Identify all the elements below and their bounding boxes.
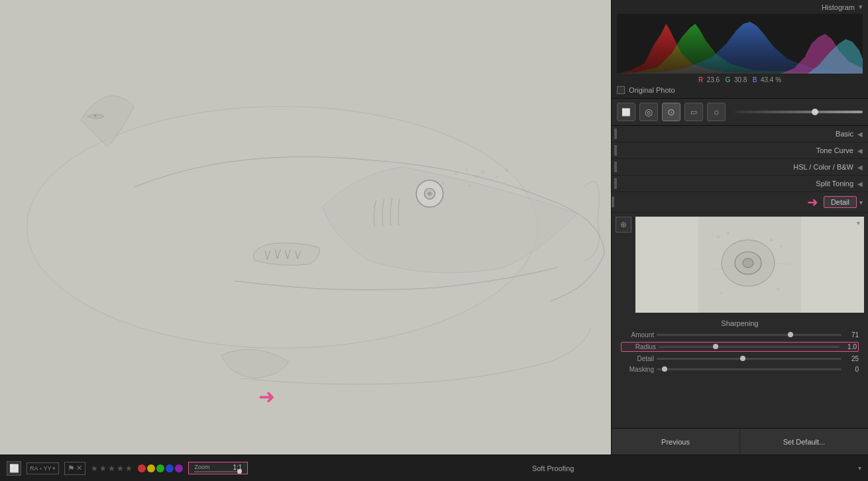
- soft-proofing-dropdown[interactable]: ▾: [858, 464, 861, 472]
- star-2[interactable]: ★: [99, 464, 107, 473]
- tone-curve-indicator: [614, 145, 617, 156]
- right-panel: Detail Histogram ▾: [611, 0, 868, 454]
- detail-section-indicator: [612, 197, 614, 207]
- basic-indicator: [614, 129, 617, 139]
- bottom-toolbar: ⬜ RA • YY ▾ ⚑ ✕ ★ ★ ★ ★ ★ Zoom 1:1: [0, 454, 868, 481]
- color-purple[interactable]: [175, 464, 183, 472]
- crop-tool-btn[interactable]: ⬜: [617, 103, 635, 121]
- detail-pink-arrow: ➜: [807, 194, 818, 210]
- amount-row: Amount 71: [621, 331, 859, 339]
- split-toning-arrow: ◀: [857, 180, 863, 187]
- radius-slider[interactable]: [659, 346, 840, 348]
- masking-value: 0: [844, 366, 859, 373]
- exposure-slider[interactable]: [735, 111, 863, 113]
- detail-dropdown[interactable]: ▾: [859, 199, 863, 206]
- hsl-arrow: ◀: [857, 164, 863, 171]
- grad-tool-btn[interactable]: ▭: [684, 103, 703, 121]
- zoom-slider-track[interactable]: [194, 471, 242, 472]
- sharpening-section: Sharpening Amount 71 Radius: [616, 317, 864, 379]
- grid-view-btn[interactable]: ⬜: [7, 461, 21, 476]
- r-value: 23.6: [707, 76, 720, 83]
- yy-label: YY: [43, 465, 51, 472]
- panel-row-hsl[interactable]: HSL / Color / B&W ◀: [612, 159, 868, 176]
- detail-label: Detail: [621, 355, 654, 362]
- detail-btn[interactable]: Detail: [824, 196, 857, 208]
- amount-thumb[interactable]: [788, 332, 793, 337]
- histogram-section: Detail Histogram ▾: [612, 0, 868, 99]
- color-green[interactable]: [156, 464, 164, 472]
- zoom-labels: Zoom 1:1: [194, 464, 242, 471]
- zoom-control[interactable]: Zoom 1:1: [188, 462, 248, 474]
- split-toning-label: Split Toning: [621, 180, 853, 187]
- rating-stars: ★ ★ ★ ★ ★: [91, 464, 133, 473]
- zoom-thumb[interactable]: [237, 469, 242, 474]
- histogram-dropdown-icon[interactable]: ▾: [859, 3, 863, 11]
- preview-chevron: ▾: [857, 219, 860, 227]
- tone-curve-arrow: ◀: [857, 147, 863, 154]
- basic-arrow: ◀: [857, 131, 863, 138]
- amount-value: 71: [844, 331, 859, 339]
- color-blue[interactable]: [166, 464, 174, 472]
- hsl-label: HSL / Color / B&W: [621, 163, 853, 171]
- g-value: 30.8: [734, 76, 747, 83]
- radius-label: Radius: [623, 343, 656, 350]
- radius-value: 1.0: [842, 343, 857, 350]
- radial-tool-btn[interactable]: ○: [707, 103, 726, 121]
- panel-row-tone-curve[interactable]: Tone Curve ◀: [612, 142, 868, 159]
- b-value: 43.4: [761, 76, 773, 83]
- zoom-label: Zoom: [194, 464, 209, 471]
- flag-controls: ⚑ ✕: [64, 462, 85, 475]
- detail-nav-btn[interactable]: ⊕: [616, 217, 631, 233]
- flag-icon[interactable]: ⚑: [68, 464, 75, 473]
- star-1[interactable]: ★: [91, 464, 98, 473]
- sharpening-title: Sharpening: [621, 319, 859, 327]
- histogram-values: R 23.6 G 30.8 B 43.4 %: [617, 76, 863, 83]
- panel-sections: Basic ◀ Tone Curve ◀ HSL / Color / B&W ◀…: [612, 126, 868, 428]
- flag-sep: •: [40, 464, 42, 472]
- amount-slider[interactable]: [657, 334, 841, 336]
- radius-thumb[interactable]: [713, 344, 718, 349]
- masking-thumb[interactable]: [662, 366, 667, 372]
- detail-slider[interactable]: [657, 358, 841, 360]
- detail-content: ⊕: [612, 213, 868, 383]
- panel-row-basic[interactable]: Basic ◀: [612, 126, 868, 142]
- flag-x[interactable]: ✕: [76, 464, 82, 472]
- svg-point-13: [94, 115, 96, 117]
- star-3[interactable]: ★: [108, 464, 115, 473]
- spot-tool-btn[interactable]: ◎: [639, 103, 658, 121]
- masking-row: Masking 0: [621, 366, 859, 373]
- original-photo-label: Original Photo: [629, 86, 675, 94]
- redeye-tool-btn[interactable]: ⊙: [662, 103, 680, 121]
- basic-label: Basic: [621, 130, 853, 138]
- color-labels: [138, 464, 183, 472]
- color-red[interactable]: [138, 464, 146, 472]
- detail-header-row: ➜ Detail ▾: [612, 192, 868, 213]
- hsl-indicator: [614, 162, 617, 172]
- star-5[interactable]: ★: [125, 464, 133, 473]
- panel-row-split-toning[interactable]: Split Toning ◀: [612, 176, 868, 192]
- ra-label: RA: [30, 465, 38, 472]
- soft-proofing-label: Soft Proofing: [253, 464, 853, 472]
- flag-arrow[interactable]: ▾: [52, 465, 56, 472]
- masking-label: Masking: [621, 366, 654, 373]
- zoom-slider-row: [194, 471, 242, 472]
- detail-preview: ▾: [635, 217, 864, 313]
- detail-row: Detail 25: [621, 355, 859, 362]
- detail-thumb[interactable]: [740, 356, 745, 361]
- svg-point-4: [427, 191, 431, 195]
- color-yellow[interactable]: [147, 464, 155, 472]
- histogram-header: Detail Histogram ▾: [617, 3, 863, 11]
- amount-label: Amount: [621, 331, 654, 339]
- original-photo-row: Original Photo: [617, 86, 863, 94]
- masking-slider[interactable]: [657, 368, 841, 370]
- detail-value: 25: [844, 355, 859, 362]
- histogram-canvas: [617, 14, 863, 74]
- star-4[interactable]: ★: [117, 464, 124, 473]
- tools-row: ⬜ ◎ ⊙ ▭ ○: [612, 99, 868, 126]
- previous-btn[interactable]: Previous: [612, 429, 740, 454]
- original-photo-checkbox[interactable]: [617, 86, 625, 94]
- set-default-btn[interactable]: Set Default...: [740, 429, 868, 454]
- histogram-label: Histogram: [635, 3, 855, 11]
- split-toning-indicator: [614, 178, 617, 189]
- photo-area: ➜: [0, 0, 611, 454]
